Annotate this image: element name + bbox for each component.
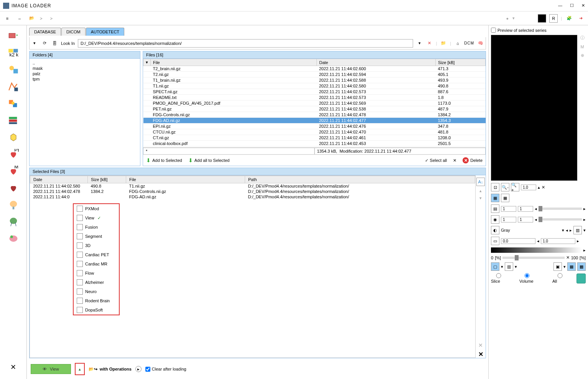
pct-slider[interactable] — [502, 257, 565, 259]
folder-item[interactable]: .. — [33, 60, 137, 66]
file-row[interactable]: README.txt2022.11.21 11:44:02.5731.8 — [143, 95, 486, 101]
clear-checkbox[interactable] — [145, 367, 150, 372]
path-input[interactable] — [78, 39, 413, 48]
lut-gradient[interactable] — [491, 247, 582, 253]
col-file[interactable]: File — [151, 59, 317, 66]
clear-after-loading[interactable]: Clear after loading — [145, 367, 186, 372]
frame-slider[interactable] — [539, 218, 582, 221]
palette-next-icon[interactable]: ▸ — [570, 228, 572, 233]
slice-slider[interactable] — [539, 208, 582, 210]
sidebar-item-view[interactable] — [6, 80, 21, 94]
preview-checkbox-row[interactable]: Preview of selected series — [491, 28, 586, 33]
plugin-arrow-icon[interactable]: ➜ — [576, 14, 585, 23]
sel-col-path[interactable]: Path — [245, 176, 475, 183]
r-button[interactable]: R — [549, 14, 558, 23]
palette-prev-icon[interactable]: ◂ — [566, 228, 568, 233]
clear-path-icon[interactable]: ✕ — [426, 40, 433, 47]
file-row[interactable]: CT.nii.gz2022.11.21 11:44:02.4611208.0 — [143, 135, 486, 141]
selected-row[interactable]: 2022.11.21 11:44:0FDG-AD.nii.gzD:/_DEV/P… — [30, 194, 475, 199]
refresh-icon[interactable]: ⟳ — [41, 40, 48, 47]
file-row[interactable]: clinical-toolbox.pdf2022.11.21 11:44:02.… — [143, 141, 486, 147]
sidebar-item-fusion[interactable] — [6, 97, 21, 110]
tool-3-icon[interactable]: ▣ — [553, 262, 562, 271]
file-row[interactable]: SPECT.nii.gz2022.11.21 11:44:02.573887.6 — [143, 89, 486, 95]
sidebar-item-alzheimer[interactable] — [6, 198, 21, 212]
sidebar-item-rodent[interactable] — [6, 232, 21, 246]
tool-2-icon[interactable]: ▥ — [505, 262, 513, 271]
zoom-close-icon[interactable]: ✕ — [542, 185, 545, 190]
delete-button[interactable]: ✕Delete — [463, 157, 483, 163]
file-row[interactable]: EPI.nii.gz2022.11.21 11:44:02.476347.8 — [143, 124, 486, 129]
frame-icon[interactable]: ◉ — [491, 215, 499, 224]
chevron-down-icon[interactable]: ▾ — [31, 40, 38, 47]
minimize-button[interactable]: — — [558, 3, 562, 8]
filter-input[interactable] — [143, 148, 315, 155]
database-icon[interactable]: 🗄 — [51, 40, 58, 47]
sidebar-item-flow[interactable] — [6, 181, 21, 195]
remove-selected-icon[interactable]: ✕ — [478, 342, 483, 348]
palette-icon[interactable]: ◐ — [491, 226, 499, 234]
reset-pct-icon[interactable]: ✕ — [566, 255, 570, 260]
file-row[interactable]: FDG-Controls.nii.gz2022.11.21 11:44:02.4… — [143, 112, 486, 118]
col-size[interactable]: Size [kB] — [435, 59, 485, 66]
sidebar-item-load[interactable] — [6, 29, 21, 43]
puzzle-icon[interactable]: 🧩 — [565, 14, 573, 23]
preview-checkbox[interactable] — [491, 28, 496, 33]
folder-item[interactable]: tpm — [33, 76, 137, 82]
zoom-out-icon[interactable]: 🔍- — [501, 183, 509, 191]
file-row[interactable]: T1_brain.nii.gz2022.11.21 11:44:02.58849… — [143, 77, 486, 83]
context-menu-item[interactable]: Cardiac MR — [74, 259, 119, 269]
minimize-icon[interactable]: – — [15, 14, 24, 23]
tab-database[interactable]: DATABASE — [29, 28, 61, 36]
preview-viewport[interactable] — [491, 35, 577, 181]
range-icon[interactable]: ▭ — [491, 237, 499, 245]
palette-config-icon[interactable]: ▥ — [573, 226, 582, 234]
prev-slice-icon[interactable]: ◂ — [535, 206, 537, 211]
zoom-in-icon[interactable]: 🔍+ — [511, 183, 519, 191]
apply-icon[interactable] — [576, 274, 586, 283]
sel-col-size[interactable]: Size [kB] — [88, 176, 126, 183]
zoom-input[interactable] — [521, 185, 536, 190]
preview-info-icon[interactable]: ⓘ — [580, 35, 585, 41]
palette-dropdown-icon[interactable]: ▾ — [562, 228, 564, 233]
file-row[interactable]: T2.nii.gz2022.11.21 11:44:02.594405.1 — [143, 72, 486, 77]
zoom-reset-icon[interactable]: ⊡ — [491, 183, 499, 191]
sel-col-file[interactable]: File — [126, 176, 245, 183]
view-dropdown-button[interactable]: ▴ — [75, 363, 85, 375]
all-radio[interactable]: All — [552, 273, 572, 283]
move-up-icon[interactable]: ▴ — [479, 188, 482, 193]
slice-icon[interactable]: ▤ — [491, 204, 499, 213]
add-all-to-selected-button[interactable]: ⬇Add all to Selected — [188, 157, 230, 163]
context-menu-item[interactable]: DopaSoft — [74, 305, 119, 315]
context-menu-item[interactable]: Fusion — [74, 222, 119, 232]
terminal-icon[interactable] — [538, 14, 546, 23]
sort-icon[interactable]: ▾ — [143, 59, 151, 66]
tool-1-icon[interactable]: ▢ — [491, 262, 499, 271]
range-hi-input[interactable] — [541, 238, 575, 244]
selected-row[interactable]: 2022.11.21 11:44:02.4781384.2FDG-Control… — [30, 189, 475, 194]
slice-b-input[interactable] — [518, 206, 533, 212]
frame-a-input[interactable] — [501, 217, 516, 222]
with-operations-button[interactable]: 📂↪ with Operations — [89, 367, 132, 372]
chevron-down-icon[interactable]: ▾ — [512, 16, 515, 21]
preview-m-icon[interactable]: M — [580, 44, 584, 49]
frame-b-input[interactable] — [518, 217, 533, 222]
lut-marker-icon[interactable]: ▸ — [583, 248, 586, 253]
sel-col-date[interactable]: Date — [30, 176, 88, 183]
sidebar-item-3d[interactable] — [6, 130, 21, 144]
col-date[interactable]: Date — [317, 59, 436, 66]
sidebar-close-icon[interactable]: ✕ — [10, 363, 16, 371]
path-dropdown-icon[interactable]: ▾ — [416, 40, 423, 47]
layout-1-icon[interactable]: ▦ — [491, 194, 499, 202]
layout-2-icon[interactable]: ▦ — [501, 194, 509, 202]
tool-5-icon[interactable]: ▩ — [577, 262, 586, 271]
folder-item[interactable]: mask — [33, 66, 137, 71]
range-prev-icon[interactable]: ◂ — [537, 239, 539, 244]
palette-dropdown2-icon[interactable]: ▾ — [583, 228, 586, 233]
file-row[interactable]: PET.nii.gz2022.11.21 11:44:02.538487.9 — [143, 106, 486, 112]
file-row[interactable]: CTCU.nii.gz2022.11.21 11:44:02.470481.8 — [143, 129, 486, 135]
brain-icon[interactable]: 🧠 — [477, 40, 484, 47]
context-menu-item[interactable]: 3D — [74, 241, 119, 250]
context-menu-item[interactable]: Flow — [74, 269, 119, 278]
slice-a-input[interactable] — [501, 206, 516, 212]
